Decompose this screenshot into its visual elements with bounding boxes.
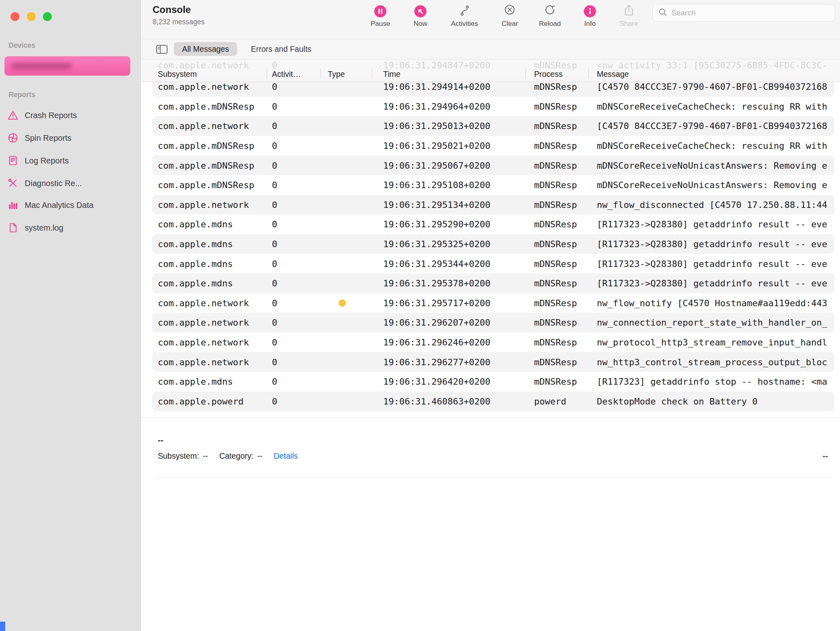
log-message: [R117323->Q28380] getaddrinfo result -- …	[597, 239, 827, 249]
sidebar-section-reports: Reports	[8, 91, 35, 99]
table-row[interactable]: com.apple.mdns019:06:31.295290+0200mDNSR…	[141, 214, 840, 234]
log-time: 19:06:31.295378+0200	[383, 278, 490, 288]
info-button[interactable]: Info	[584, 4, 596, 28]
column-header-subsystem[interactable]: Subsystem	[158, 70, 197, 79]
log-process: mDNSResp	[534, 121, 577, 131]
table-row[interactable]: com.apple.powerd019:06:31.460863+0200pow…	[141, 392, 840, 411]
log-activity: 0	[272, 101, 277, 111]
log-time: 19:06:31.296246+0200	[383, 337, 490, 347]
table-row[interactable]: com.apple.network019:06:31.296277+0200mD…	[141, 352, 840, 372]
clear-button[interactable]: Clear	[502, 4, 518, 28]
log-process: mDNSResp	[534, 318, 577, 328]
sidebar-item-crash-reports[interactable]: Crash Reports	[7, 106, 137, 124]
tab-all-messages[interactable]: All Messages	[174, 42, 237, 56]
detail-title: --	[158, 435, 163, 445]
sidebar-item-label: Mac Analytics Data	[25, 201, 93, 210]
log-message: [C4570 84CCC3E7-9790-4607-BF01-CB9940372…	[597, 121, 827, 131]
table-row[interactable]: com.apple.mDNSResp019:06:31.295108+0200m…	[141, 175, 840, 195]
log-process: mDNSResp	[534, 180, 577, 190]
sidebar-item-log-reports[interactable]: Log Reports	[7, 152, 137, 169]
log-message: nw_flow_disconnected [C4570 17.250.88.11…	[597, 199, 827, 210]
sidebar-item-mac-analytics-data[interactable]: Mac Analytics Data	[7, 196, 137, 214]
pause-button[interactable]: Pause	[371, 4, 390, 28]
sidebar-section-devices: Devices	[8, 41, 35, 50]
activities-button[interactable]: Activities	[451, 4, 478, 28]
log-time: 19:06:31.295067+0200	[383, 160, 490, 170]
table-row[interactable]: com.apple.network019:06:31.295717+0200mD…	[141, 293, 840, 313]
log-time: 19:06:31.295013+0200	[383, 121, 490, 131]
zoom-button[interactable]	[43, 12, 52, 21]
detail-pane: -- Subsystem: -- Category: -- Details --	[141, 417, 840, 631]
sidebar-toggle-button[interactable]	[155, 43, 169, 55]
table-row[interactable]: com.apple.mDNSResp019:06:31.295067+0200m…	[141, 155, 840, 175]
column-separator	[588, 68, 589, 79]
log-activity: 0	[272, 141, 277, 151]
table-row[interactable]: com.apple.mdns019:06:31.295325+0200mDNSR…	[141, 234, 840, 254]
search-icon	[658, 7, 668, 19]
log-subsystem: com.apple.mdns	[158, 219, 233, 229]
minimize-button[interactable]	[27, 12, 36, 21]
table-row[interactable]: com.apple.mdns019:06:31.295378+0200mDNSR…	[141, 273, 840, 293]
log-time: 19:06:31.296207+0200	[383, 318, 490, 328]
messages-count: 8,232 messages	[153, 18, 204, 26]
detail-divider	[158, 477, 832, 478]
log-subsystem: com.apple.network	[158, 199, 249, 210]
log-time: 19:06:31.460863+0200	[383, 396, 490, 406]
tab-errors-and-faults[interactable]: Errors and Faults	[251, 42, 312, 56]
column-header-process[interactable]: Process	[534, 70, 562, 79]
log-message: mDNSCoreReceiveNoUnicastAnswers: Removin…	[597, 180, 827, 190]
log-activity: 0	[272, 318, 277, 328]
search-input[interactable]: Search	[652, 4, 835, 22]
log-subsystem: com.apple.mDNSResp	[158, 141, 254, 151]
log-message: [R117323->Q28380] getaddrinfo result -- …	[597, 219, 827, 229]
detail-right-value: --	[823, 451, 828, 461]
log-message: nw_connection_report_state_with_handler_…	[597, 318, 827, 328]
log-subsystem: com.apple.network	[158, 82, 249, 92]
page-title: Console	[153, 4, 191, 15]
log-time: 19:06:31.295134+0200	[383, 199, 490, 210]
log-message: [R117323] getaddrinfo stop -- hostname: …	[597, 377, 827, 387]
reload-button[interactable]: Reload	[539, 4, 561, 28]
table-row[interactable]: com.apple.network019:06:31.295134+0200mD…	[141, 195, 840, 215]
log-message: [R117323->Q28380] getaddrinfo result -- …	[597, 258, 827, 269]
table-row[interactable]: com.apple.mDNSResp019:06:31.294964+0200m…	[141, 97, 840, 116]
table-row[interactable]: com.apple.network019:06:31.295013+0200mD…	[141, 116, 840, 136]
log-process: mDNSResp	[534, 239, 577, 249]
log-activity: 0	[272, 219, 277, 229]
log-activity: 0	[272, 239, 277, 249]
toolbar-button-label: Now	[414, 20, 427, 28]
log-time: 19:06:31.296277+0200	[383, 357, 490, 367]
arrow-up-left-icon	[414, 5, 426, 17]
close-button[interactable]	[11, 12, 19, 21]
sidebar-item-spin-reports[interactable]: Spin Reports	[7, 129, 137, 147]
column-header-type[interactable]: Type	[328, 70, 345, 79]
sidebar-item-label: Spin Reports	[25, 133, 72, 143]
table-row[interactable]: com.apple.mdns019:06:31.295344+0200mDNSR…	[141, 254, 840, 273]
sidebar-item-device-selected[interactable]	[4, 56, 130, 76]
filter-bar: All Messages Errors and Faults	[141, 39, 840, 59]
log-process: mDNSResp	[534, 377, 577, 387]
log-subsystem: com.apple.network	[158, 357, 249, 367]
column-header-message[interactable]: Message	[597, 70, 629, 79]
sidebar-item-system-log[interactable]: system.log	[7, 219, 137, 237]
table-row[interactable]: com.apple.mdns019:06:31.296420+0200mDNSR…	[141, 372, 840, 392]
log-process: mDNSResp	[534, 199, 577, 210]
share-button[interactable]: Share	[619, 4, 638, 28]
log-subsystem: com.apple.mdns	[158, 377, 233, 387]
table-row[interactable]: com.apple.network019:06:31.296246+0200mD…	[141, 332, 840, 352]
log-activity: 0	[272, 82, 277, 92]
column-header-time[interactable]: Time	[383, 70, 401, 79]
table-row[interactable]: com.apple.network019:06:31.296207+0200mD…	[141, 313, 840, 332]
details-link[interactable]: Details	[274, 451, 298, 461]
sidebar-item-diagnostic-re[interactable]: Diagnostic Re...	[7, 174, 137, 192]
log-process: mDNSResp	[534, 258, 577, 269]
now-button[interactable]: Now	[414, 4, 427, 28]
table-row[interactable]: com.apple.mDNSResp019:06:31.295021+0200m…	[141, 136, 840, 156]
column-header-activity[interactable]: Activit…	[272, 70, 301, 79]
tools-icon	[7, 178, 19, 189]
sidebar-item-label: Diagnostic Re...	[25, 179, 82, 188]
log-subsystem: com.apple.mDNSResp	[158, 101, 254, 111]
detail-category-label: Category:	[219, 451, 254, 461]
detail-category-value: --	[257, 451, 262, 461]
column-separator	[372, 68, 372, 79]
